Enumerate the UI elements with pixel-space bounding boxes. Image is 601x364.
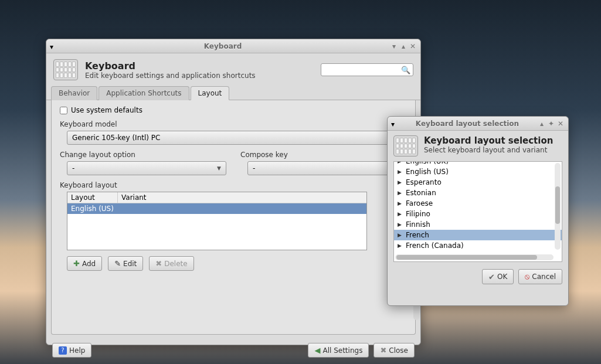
sub-header-title: Keyboard layout selection (424, 135, 553, 146)
use-system-defaults-label: Use system defaults (71, 106, 142, 114)
use-system-defaults-checkbox[interactable]: Use system defaults (60, 106, 407, 114)
tree-item[interactable]: ▶English (UK) (394, 161, 562, 166)
keyboard-model-combo[interactable]: Generic 105-key (Intl) PC ▼ (67, 131, 407, 145)
maximize-icon[interactable]: ▴ (399, 42, 408, 50)
sub-header: Keyboard layout selection Select keyboar… (388, 131, 568, 161)
tree-item[interactable]: ▶French (Canada) (394, 240, 562, 251)
tab-layout[interactable]: Layout (191, 86, 230, 100)
pencil-icon: ✎ (114, 259, 121, 268)
keyboard-settings-window: ▾ Keyboard ▾ ▴ ✕ Keyboard Edit keyboard … (46, 39, 421, 345)
layout-column-header[interactable]: Layout (67, 192, 118, 203)
variant-column-header[interactable]: Variant (118, 192, 366, 203)
add-button[interactable]: ✚Add (67, 256, 102, 271)
header-title: Keyboard (85, 60, 256, 72)
main-titlebar[interactable]: ▾ Keyboard ▾ ▴ ✕ (46, 39, 420, 53)
keyboard-layout-label: Keyboard layout (60, 181, 407, 189)
minimize-icon[interactable]: ▴ (538, 120, 546, 128)
keyboard-icon (53, 59, 78, 80)
main-header: Keyboard Edit keyboard settings and appl… (46, 53, 420, 86)
main-title: Keyboard (57, 42, 389, 50)
expand-icon[interactable]: ▶ (398, 232, 403, 238)
layout-selection-window: ▾ Keyboard layout selection ▴ ✦ ✕ Keyboa… (387, 116, 569, 306)
plus-icon: ✚ (73, 259, 80, 268)
delete-button[interactable]: ✖Delete (149, 256, 193, 271)
change-layout-value: - (72, 164, 74, 172)
tree-item-selected[interactable]: ▶French (394, 230, 562, 240)
tree-vscrollbar[interactable] (555, 163, 561, 250)
tree-hscrollbar[interactable] (395, 254, 554, 260)
header-subtitle: Edit keyboard settings and application s… (85, 72, 256, 80)
cancel-button[interactable]: ⦸Cancel (518, 269, 562, 284)
maximize-icon[interactable]: ✦ (547, 120, 555, 128)
expand-icon[interactable]: ▶ (398, 243, 403, 249)
all-settings-button[interactable]: ◀All Settings (308, 343, 369, 358)
tab-application-shortcuts[interactable]: Application Shortcuts (99, 86, 189, 100)
sub-titlebar[interactable]: ▾ Keyboard layout selection ▴ ✦ ✕ (388, 117, 568, 131)
tree-item[interactable]: ▶English (US) (394, 166, 562, 177)
compose-key-combo[interactable]: - ▼ (247, 161, 407, 175)
keyboard-model-value: Generic 105-key (Intl) PC (72, 134, 160, 142)
minimize-icon[interactable]: ▾ (390, 42, 398, 50)
layout-listbox[interactable]: Layout Variant English (US) (67, 192, 367, 250)
search-input[interactable]: 🔍 (321, 63, 413, 76)
close-icon[interactable]: ✕ (556, 120, 565, 128)
layout-pane: Use system defaults Keyboard model Gener… (51, 100, 416, 335)
expand-icon[interactable]: ▶ (398, 211, 403, 217)
tree-item[interactable]: ▶Finnish (394, 219, 562, 230)
window-menu-icon[interactable]: ▾ (50, 43, 57, 50)
tree-item[interactable]: ▶Esperanto (394, 177, 562, 188)
change-layout-label: Change layout option (60, 151, 226, 159)
layout-tree[interactable]: ▶English (UK) ▶English (US) ▶Esperanto ▶… (393, 161, 562, 262)
chevron-down-icon: ▼ (217, 165, 221, 171)
sub-footer: ✔OK ⦸Cancel (388, 262, 568, 291)
compose-key-value: - (253, 164, 255, 172)
change-layout-combo[interactable]: - ▼ (67, 161, 226, 175)
expand-icon[interactable]: ▶ (398, 179, 403, 185)
close-icon[interactable]: ✕ (409, 42, 417, 50)
tab-bar: Behavior Application Shortcuts Layout (46, 86, 420, 100)
help-button[interactable]: ?Help (52, 343, 91, 358)
back-icon: ◀ (314, 346, 320, 355)
keyboard-model-label: Keyboard model (60, 120, 407, 128)
tree-item[interactable]: ▶Faroese (394, 198, 562, 209)
expand-icon[interactable]: ▶ (398, 161, 403, 164)
expand-icon[interactable]: ▶ (398, 222, 403, 227)
tree-item[interactable]: ▶Estonian (394, 188, 562, 198)
close-button[interactable]: ✖Close (373, 343, 415, 358)
use-system-defaults-input[interactable] (60, 107, 67, 114)
x-icon: ✖ (155, 259, 162, 268)
window-menu-icon[interactable]: ▾ (391, 120, 398, 127)
main-footer: ?Help ◀All Settings ✖Close (46, 339, 420, 361)
expand-icon[interactable]: ▶ (398, 190, 403, 196)
tab-behavior[interactable]: Behavior (51, 86, 97, 100)
search-icon: 🔍 (401, 66, 410, 74)
help-icon: ? (59, 346, 67, 355)
compose-key-label: Compose key (240, 151, 407, 159)
sub-header-subtitle: Select keyboard layout and variant (424, 146, 553, 154)
prohibit-icon: ⦸ (525, 272, 529, 281)
edit-button[interactable]: ✎Edit (108, 256, 143, 271)
expand-icon[interactable]: ▶ (398, 169, 403, 175)
tree-item[interactable]: ▶Filipino (394, 209, 562, 219)
close-x-icon: ✖ (380, 346, 386, 355)
keyboard-icon (393, 135, 418, 157)
check-icon: ✔ (488, 273, 495, 281)
layout-row-english-us[interactable]: English (US) (67, 203, 366, 214)
ok-button[interactable]: ✔OK (482, 269, 514, 284)
sub-title: Keyboard layout selection (398, 120, 537, 128)
expand-icon[interactable]: ▶ (398, 200, 403, 206)
